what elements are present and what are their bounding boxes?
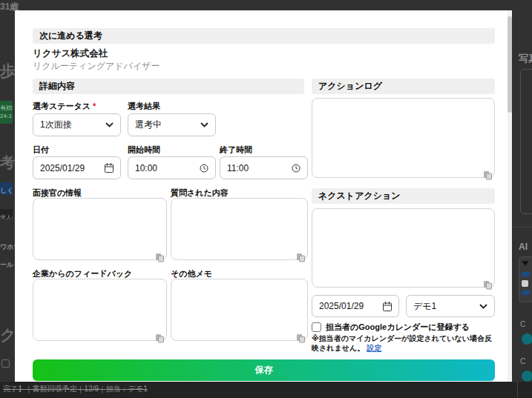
- bg-ai-card: [519, 256, 532, 302]
- status-select[interactable]: 1次面接: [33, 113, 121, 136]
- bg-section-divider: [512, 227, 532, 228]
- bg-valid-job-badge-line2: 24-12-: [0, 112, 13, 120]
- bg-contact-text-1: C: [520, 320, 525, 328]
- chevron-down-icon: [105, 122, 114, 127]
- start-time-input[interactable]: 10:00: [128, 156, 216, 179]
- google-calendar-label: 担当者のGoogleカレンダーに登録する: [326, 322, 470, 333]
- questions-label: 質問された内容: [171, 188, 229, 199]
- bg-job-search-tab-label: 求人検: [0, 214, 13, 219]
- copy-resize-grip-icon[interactable]: [483, 280, 493, 290]
- date-input[interactable]: 2025/01/29: [33, 156, 121, 179]
- details-header: 詳細内容: [33, 79, 304, 94]
- memo-label: その他メモ: [171, 268, 212, 279]
- clock-icon: [292, 164, 301, 173]
- bg-avatar-circle-1: [522, 334, 532, 345]
- bg-checkbox: [1, 359, 10, 368]
- calendar-icon: [383, 302, 392, 311]
- bg-ai-section-label: AI: [519, 242, 528, 252]
- copy-resize-grip-icon[interactable]: [155, 334, 165, 343]
- bg-photo-label: 写真: [519, 52, 532, 65]
- modal-scrollbar-thumb[interactable]: [508, 16, 512, 113]
- calendar-icon: [105, 163, 114, 173]
- bg-blue-badge-1: [522, 272, 530, 276]
- chevron-down-icon: [200, 122, 208, 127]
- action-log-textarea[interactable]: [312, 98, 495, 178]
- modal-scrollbar[interactable]: [508, 10, 512, 382]
- copy-resize-grip-icon[interactable]: [296, 253, 306, 262]
- start-time-label: 開始時間: [128, 145, 160, 156]
- bg-blue-badge-2: [522, 291, 530, 295]
- screen: 31歳 歩タ 有効求 24-12- 考 しく求 求人検 ワホワ ールド クス 完…: [0, 0, 532, 398]
- copy-resize-grip-icon[interactable]: [483, 170, 493, 180]
- bg-photo-box: [520, 69, 532, 214]
- result-label: 選考結果: [128, 101, 160, 112]
- bg-valid-job-badge: 有効求 24-12-: [0, 101, 13, 124]
- bg-avatar-circle-2: [522, 371, 532, 382]
- calendar-note: ※担当者のマイカレンダーが設定されていない場合反映されません。設定: [312, 334, 498, 353]
- bg-add-job-button: しく求: [0, 182, 13, 195]
- next-action-header: ネクストアクション: [312, 188, 495, 204]
- bg-light-square: [522, 280, 528, 287]
- action-log-header: アクションログ: [312, 79, 495, 94]
- end-time-input[interactable]: 11:00: [220, 156, 308, 179]
- bg-play-triangle-icon: [522, 261, 529, 266]
- memo-textarea[interactable]: [171, 279, 308, 341]
- settings-link[interactable]: 設定: [367, 344, 381, 352]
- bg-selection-heading-text: 考: [0, 153, 15, 173]
- assignee-select[interactable]: デモ1: [406, 295, 495, 317]
- feedback-textarea[interactable]: [33, 279, 167, 341]
- job-title: リクルーティングアドバイザー: [33, 60, 160, 73]
- google-calendar-checkbox[interactable]: [312, 322, 321, 332]
- bg-panel-divider: [517, 382, 518, 398]
- result-select[interactable]: 選考中: [128, 113, 216, 136]
- bg-add-job-button-label: しく求: [0, 187, 13, 194]
- copy-resize-grip-icon[interactable]: [155, 253, 165, 262]
- selection-detail-modal: 次に進める選考 リクサス株式会社 リクルーティングアドバイザー 詳細内容 選考ス…: [15, 10, 512, 382]
- next-selection-header: 次に進める選考: [33, 28, 495, 44]
- clock-icon: [200, 164, 208, 173]
- next-action-date-input[interactable]: 2025/01/29: [312, 295, 399, 317]
- required-asterisk: *: [93, 102, 96, 110]
- company-name: リクサス株式会社: [33, 47, 108, 60]
- interviewer-label: 面接官の情報: [33, 188, 82, 199]
- date-label: 日付: [33, 145, 49, 156]
- status-label: 選考ステータス*: [33, 101, 96, 112]
- google-calendar-row: 担当者のGoogleカレンダーに登録する: [312, 322, 470, 333]
- questions-textarea[interactable]: [171, 198, 308, 260]
- bg-valid-job-badge-line1: 有効求: [0, 104, 13, 112]
- copy-resize-grip-icon[interactable]: [296, 334, 306, 343]
- feedback-label: 企業からのフィードバック: [33, 268, 132, 279]
- bg-job-search-tab: 求人検: [0, 209, 13, 219]
- bg-completed-task-text: 完了】｜書類回収予定｜12/9｜担当：デモ1: [3, 384, 148, 394]
- chevron-down-icon: [479, 304, 487, 309]
- end-time-label: 終了時間: [220, 145, 252, 156]
- bg-contact-text-2: C: [520, 357, 525, 365]
- save-button[interactable]: 保存: [33, 359, 495, 381]
- interviewer-textarea[interactable]: [33, 198, 167, 260]
- next-action-textarea[interactable]: [312, 208, 495, 288]
